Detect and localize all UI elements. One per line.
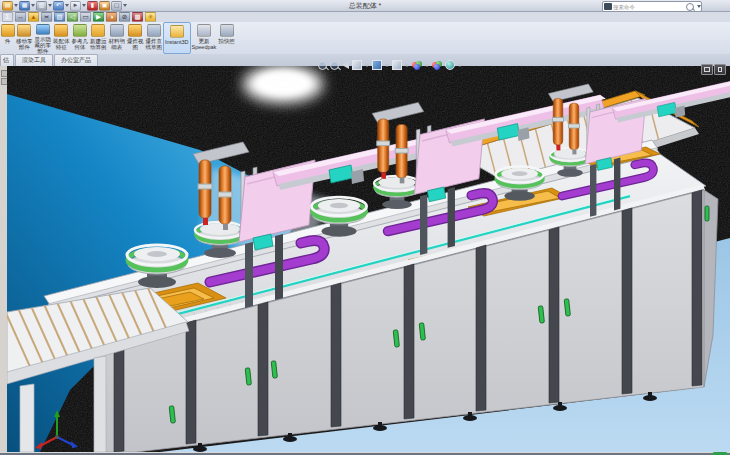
search-input[interactable] bbox=[613, 3, 686, 11]
chevron-down-icon[interactable] bbox=[385, 64, 389, 67]
update-speedpak-button[interactable]: 更新 Speedpak bbox=[191, 22, 218, 54]
equations-icon[interactable]: Σ bbox=[2, 12, 13, 22]
assembly-xpert-icon[interactable]: ▧ bbox=[54, 12, 65, 22]
print-icon: ▥ bbox=[36, 1, 47, 11]
external-references-icon[interactable]: ◁ bbox=[67, 12, 78, 22]
chevron-down-icon[interactable] bbox=[31, 4, 35, 7]
smart-fasteners-button[interactable]: 件 bbox=[0, 22, 15, 54]
quick-access-toolbar: ▤ ▦ ▥ ↶ ► ▮ ▣ ▢ bbox=[2, 0, 127, 11]
rebuild-icon: ▮ bbox=[87, 1, 98, 11]
zoom-area-icon[interactable] bbox=[330, 61, 339, 70]
smart-fasteners-icon bbox=[1, 24, 15, 37]
update-speedpak-icon bbox=[197, 24, 211, 37]
chevron-down-icon[interactable] bbox=[365, 64, 369, 67]
display-style-icon[interactable] bbox=[392, 60, 402, 70]
chevron-down-icon[interactable] bbox=[697, 5, 701, 8]
move-component-button[interactable]: 移动零 部件 bbox=[15, 22, 34, 54]
tab-render-tools[interactable]: 渲染工具 bbox=[15, 54, 53, 66]
tab-office-products[interactable]: 办公室产品 bbox=[54, 54, 98, 66]
chevron-down-icon[interactable] bbox=[123, 4, 127, 7]
chevron-down-icon[interactable] bbox=[48, 4, 52, 7]
show-hidden-components-button[interactable]: 显示隐 藏的零 部件 bbox=[34, 22, 53, 54]
exploded-view-icon bbox=[128, 24, 142, 37]
apply-scene-icon[interactable] bbox=[445, 60, 455, 70]
assembly-toolbar: Σ ↔ ▲ ≍ ▧ ◁ ▭ ▶ ◑ ⊘ ▩ ✳ bbox=[2, 12, 156, 22]
section-view-icon[interactable] bbox=[352, 60, 362, 70]
save-icon: ▦ bbox=[19, 1, 30, 11]
window-restore-button[interactable] bbox=[701, 64, 713, 75]
tab-evaluate-partial[interactable]: 估 bbox=[0, 54, 14, 66]
mass-properties-icon[interactable]: ▲ bbox=[28, 12, 39, 22]
file-properties-icon: ▣ bbox=[99, 1, 110, 11]
open-icon: ▤ bbox=[2, 1, 13, 11]
new-motion-study-icon bbox=[91, 24, 105, 37]
edit-color-icon[interactable]: ▩ bbox=[132, 12, 143, 22]
bill-of-materials-button[interactable]: 材料明 细表 bbox=[108, 22, 127, 54]
show-hidden-components-icon bbox=[36, 24, 50, 35]
explode-line-sketch-icon bbox=[147, 24, 161, 37]
options-icon: ▢ bbox=[111, 1, 122, 11]
move-component-icon bbox=[17, 24, 31, 37]
chevron-down-icon[interactable] bbox=[82, 4, 86, 7]
motion-study-icon[interactable]: ▶ bbox=[93, 12, 104, 22]
assembly-features-button[interactable]: 装配体 特征 bbox=[52, 22, 71, 54]
exploded-view-button[interactable]: 爆炸视 图 bbox=[126, 22, 145, 54]
save-button[interactable]: ▦ bbox=[19, 1, 35, 11]
chevron-down-icon[interactable] bbox=[458, 64, 462, 67]
new-motion-study-button[interactable]: 新建运 动算例 bbox=[89, 22, 108, 54]
chevron-down-icon[interactable] bbox=[14, 4, 18, 7]
large-design-review-icon[interactable]: ▭ bbox=[80, 12, 91, 22]
chevron-down-icon[interactable] bbox=[65, 4, 69, 7]
reference-geometry-icon bbox=[73, 24, 87, 37]
command-search-box[interactable] bbox=[602, 1, 702, 12]
take-snapshot-button[interactable]: 拍快照 bbox=[217, 22, 236, 54]
zoom-fit-icon[interactable] bbox=[318, 61, 327, 70]
scene-lighting-icon[interactable]: ✳ bbox=[145, 12, 156, 22]
light-glow-core bbox=[257, 71, 309, 95]
reference-geometry-button[interactable]: 参考几 何体 bbox=[71, 22, 90, 54]
undo-icon: ↶ bbox=[53, 1, 64, 11]
assembly-features-icon bbox=[54, 24, 68, 37]
interference-detection-icon[interactable]: ≍ bbox=[41, 12, 52, 22]
chevron-down-icon[interactable] bbox=[425, 64, 429, 67]
heads-up-view-toolbar bbox=[318, 60, 462, 70]
take-snapshot-icon bbox=[220, 24, 234, 37]
view-orientation-icon[interactable] bbox=[372, 60, 382, 70]
chevron-down-icon[interactable] bbox=[405, 64, 409, 67]
print-button[interactable]: ▥ bbox=[36, 1, 52, 11]
select-button[interactable]: ► bbox=[70, 1, 86, 11]
options-button[interactable]: ▢ bbox=[111, 1, 127, 11]
rebuild-button[interactable]: ▮ bbox=[87, 1, 98, 11]
window-close-button[interactable] bbox=[714, 64, 726, 75]
search-icon[interactable] bbox=[686, 3, 694, 11]
appearance-icon[interactable]: ◑ bbox=[106, 12, 117, 22]
ribbon: 件 移动零 部件 显示隐 藏的零 部件 装配体 特征 参考几 何体 新建运 动算… bbox=[0, 22, 730, 55]
explode-line-sketch-button[interactable]: 爆炸直 线草图 bbox=[145, 22, 164, 54]
edit-appearance-icon[interactable] bbox=[432, 61, 442, 69]
instant3d-button[interactable]: Instant3D bbox=[163, 22, 191, 54]
hide-show-items-icon[interactable] bbox=[412, 61, 422, 69]
previous-view-icon[interactable] bbox=[342, 61, 349, 69]
open-button[interactable]: ▤ bbox=[2, 1, 18, 11]
viewport-3d-scene[interactable] bbox=[7, 66, 730, 452]
conveyor-leg bbox=[20, 384, 34, 452]
isolate-icon[interactable]: ⊘ bbox=[119, 12, 130, 22]
search-scope-icon[interactable] bbox=[604, 3, 612, 10]
instant3d-icon bbox=[170, 25, 184, 38]
conveyor-leg bbox=[94, 356, 106, 452]
file-properties-button[interactable]: ▣ bbox=[99, 1, 110, 11]
select-icon: ► bbox=[70, 1, 81, 11]
measure-icon[interactable]: ↔ bbox=[15, 12, 26, 22]
undo-button[interactable]: ↶ bbox=[53, 1, 69, 11]
bill-of-materials-icon bbox=[110, 24, 124, 37]
